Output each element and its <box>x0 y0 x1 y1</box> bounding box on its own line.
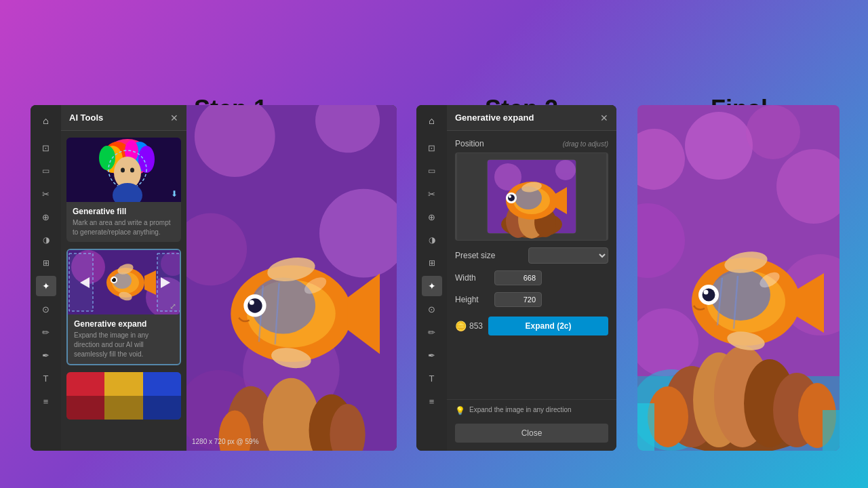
generative-fill-image: ⬇ <box>66 138 181 202</box>
svg-point-81 <box>685 112 753 180</box>
step1-canvas: 868 x 488 px @ 59% <box>186 105 397 451</box>
ai-tools-title: AI Tools <box>69 113 103 123</box>
settings-title: Generative expand <box>455 113 534 123</box>
spiral2-icon[interactable]: ⊙ <box>422 299 442 319</box>
width-label: Width <box>455 273 489 283</box>
generative-expand-settings: Generative expand ✕ Position (drag to ad… <box>447 105 616 451</box>
close-panel-button[interactable]: Close <box>455 424 608 443</box>
pen2-icon[interactable]: ✒ <box>422 345 442 365</box>
height-label: Height <box>455 295 489 304</box>
sidebar: ⌂ ⊡ ▭ ✂ ⊕ ◑ ⊞ ✦ ⊙ ✏ ✒ T ≡ <box>31 105 61 451</box>
svg-point-82 <box>746 105 800 159</box>
pen-icon[interactable]: ✒ <box>36 345 56 365</box>
svg-point-64 <box>555 160 576 180</box>
adjustments-icon[interactable]: ⊕ <box>36 207 56 227</box>
width-input[interactable] <box>494 270 542 285</box>
generative-fill-desc: Mark an area and write a prompt to gener… <box>73 218 175 237</box>
hint-text: Expand the image in any direction <box>469 405 572 415</box>
crop2-icon[interactable]: ⊡ <box>422 138 442 158</box>
svg-rect-34 <box>66 396 181 420</box>
svg-rect-96 <box>823 410 840 451</box>
generative-fill-title: Generative fill <box>73 207 175 216</box>
sidebar2: ⌂ ⊡ ▭ ✂ ⊕ ◑ ⊞ ✦ ⊙ ✏ ✒ T ≡ <box>416 105 447 451</box>
position-label: Position <box>455 139 484 148</box>
third-card-svg <box>66 372 181 420</box>
generative-expand-desc: Expand the image in any direction and ou… <box>74 331 174 359</box>
brush-icon[interactable]: ✏ <box>36 322 56 342</box>
settings-header: Generative expand ✕ <box>447 105 616 131</box>
scissors2-icon[interactable]: ✂ <box>422 184 442 204</box>
step1-panel: ⌂ ⊡ ▭ ✂ ⊕ ◑ ⊞ ✦ ⊙ ✏ ✒ T ≡ AI Tools ✕ <box>31 105 397 451</box>
svg-point-58 <box>250 300 254 305</box>
ai-icon[interactable]: ✦ <box>36 276 56 296</box>
generative-expand-image: ⤢ <box>68 250 180 314</box>
contrast-icon[interactable]: ◑ <box>36 230 56 250</box>
preset-size-dropdown[interactable] <box>528 247 608 264</box>
canvas-fish-svg <box>186 105 397 451</box>
generative-expand-body: Generative expand Expand the image in an… <box>68 314 180 364</box>
lines2-icon[interactable]: ≡ <box>422 391 442 411</box>
svg-point-25 <box>112 278 113 279</box>
close-settings-button[interactable]: ✕ <box>600 113 608 123</box>
expand-button[interactable]: Expand (2c) <box>488 317 608 336</box>
credits-display: 🪙 853 <box>455 321 483 331</box>
final-panel <box>637 105 840 451</box>
preset-size-label: Preset size <box>455 251 523 260</box>
contrast2-icon[interactable]: ◑ <box>422 230 442 250</box>
ai-tools-header: AI Tools ✕ <box>61 105 186 131</box>
ai2-icon[interactable]: ✦ <box>422 276 442 296</box>
svg-rect-95 <box>637 403 654 451</box>
height-row: Height <box>455 292 608 307</box>
spiral-icon[interactable]: ⊙ <box>36 299 56 319</box>
svg-point-107 <box>704 290 709 295</box>
scissors-icon[interactable]: ✂ <box>36 184 56 204</box>
generative-expand-svg <box>68 250 180 314</box>
hint-icon: 💡 <box>455 406 465 415</box>
generative-fill-svg <box>66 138 181 202</box>
close-ai-tools-button[interactable]: ✕ <box>170 113 178 123</box>
home2-icon[interactable]: ⌂ <box>422 110 442 131</box>
generative-fill-body: Generative fill Mark an area and write a… <box>66 202 181 242</box>
transform2-icon[interactable]: ▭ <box>422 161 442 181</box>
text-icon[interactable]: T <box>36 368 56 388</box>
height-input[interactable] <box>494 292 542 307</box>
third-card-placeholder <box>66 372 181 420</box>
final-image-svg <box>637 105 840 451</box>
svg-point-57 <box>248 298 262 312</box>
adjustments2-icon[interactable]: ⊕ <box>422 207 442 227</box>
hint-section: 💡 Expand the image in any direction <box>447 399 616 421</box>
settings-content: Position (drag to adjust) <box>447 131 616 399</box>
svg-point-6 <box>138 146 155 173</box>
preset-size-row: Preset size <box>455 247 608 264</box>
generative-fill-card[interactable]: ⬇ Generative fill Mark an area and write… <box>66 138 181 242</box>
position-preview-svg <box>457 153 606 240</box>
coin-icon: 🪙 <box>455 321 467 331</box>
expand-btn-row: 🪙 853 Expand (2c) <box>455 317 608 336</box>
expand-overlay-icon: ⤢ <box>170 302 176 311</box>
svg-point-99 <box>711 269 770 321</box>
crop-icon[interactable]: ⊡ <box>36 138 56 158</box>
step2-panel: ⌂ ⊡ ▭ ✂ ⊕ ◑ ⊞ ✦ ⊙ ✏ ✒ T ≡ Generative exp… <box>416 105 616 451</box>
svg-point-76 <box>509 195 511 198</box>
generative-expand-card[interactable]: ⤢ Generative expand Expand the image in … <box>66 249 181 365</box>
svg-point-9 <box>121 168 125 173</box>
grid2-icon[interactable]: ⊞ <box>422 253 442 273</box>
ai-tools-list: AI Tools ✕ <box>61 105 186 451</box>
grid-icon[interactable]: ⊞ <box>36 253 56 273</box>
drag-hint: (drag to adjust) <box>563 140 608 148</box>
brush2-icon[interactable]: ✏ <box>422 322 442 342</box>
transform-icon[interactable]: ▭ <box>36 161 56 181</box>
canvas-label: 868 x 488 px @ 59% <box>192 438 259 445</box>
svg-point-75 <box>508 195 515 201</box>
home-icon[interactable]: ⌂ <box>36 110 56 131</box>
position-section: Position (drag to adjust) <box>455 139 608 241</box>
credits-value: 853 <box>469 321 483 331</box>
text2-icon[interactable]: T <box>422 368 442 388</box>
position-preview[interactable] <box>455 152 608 241</box>
lines-icon[interactable]: ≡ <box>36 391 56 411</box>
width-row: Width <box>455 270 608 285</box>
svg-point-10 <box>130 168 134 173</box>
generative-expand-title: Generative expand <box>74 319 174 329</box>
svg-point-106 <box>703 289 715 302</box>
download-overlay-icon: ⬇ <box>171 189 178 199</box>
